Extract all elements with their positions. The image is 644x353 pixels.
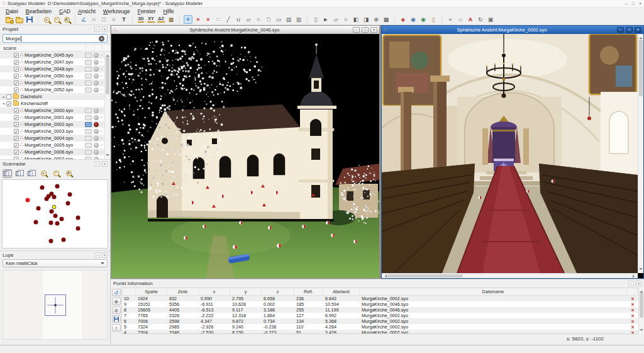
tree-row-murgakirche_0007.syo[interactable]: ✓∴MurgaKirche_0007.syo∷ [0, 155, 104, 159]
scan-checkbox[interactable]: ✓ [14, 122, 19, 127]
menu-datei[interactable]: Datei [2, 8, 22, 14]
view-xy-icon[interactable]: XY [147, 15, 155, 24]
scan-position-dot[interactable] [61, 238, 65, 242]
scan-checkbox[interactable]: ✓ [14, 87, 19, 92]
delete-point-icon[interactable]: × [194, 15, 203, 24]
refresh-icon[interactable]: ↺ [112, 289, 121, 296]
scan-points-toggle[interactable]: ∷ [101, 108, 103, 113]
scan-sphere-toggle[interactable] [94, 129, 99, 134]
table-row[interactable]: 9151515356-6.91110.6280.00218510.594Murg… [122, 301, 638, 307]
stamp-icon[interactable]: ▩ [382, 15, 391, 24]
viewport-interior-titlebar[interactable]: ∴ Sphärische Ansicht:MurgaKirche_0002.sy… [382, 26, 643, 34]
ruler-icon[interactable]: ▯ [429, 15, 438, 24]
viewport-maximize-button[interactable]: □ [626, 27, 633, 33]
scan-image-toggle[interactable] [85, 87, 92, 92]
send-back-icon[interactable]: « [446, 15, 455, 24]
target-red-icon[interactable]: ◈ [399, 15, 408, 24]
scan-position-dot[interactable] [26, 198, 30, 203]
radar-view-3d-icon[interactable] [3, 169, 12, 178]
table-row[interactable]: 777652326-2.22212.3181.8641276.992MurgaK… [122, 313, 638, 318]
scan-points-toggle[interactable]: ∷ [101, 53, 103, 58]
lupe-close-button[interactable]: × [102, 252, 108, 258]
column-header-Refl.[interactable]: Refl. [294, 288, 323, 295]
pan-tool-icon[interactable]: + [184, 15, 192, 24]
viewport-exterior-canvas[interactable] [111, 34, 379, 278]
draw-rect-icon[interactable]: □ [99, 15, 108, 24]
table-row[interactable]: 573242985-2.9269.240-0.2361104.264MurgaK… [122, 324, 638, 330]
point-table-scrollbar[interactable] [638, 288, 644, 334]
scan-sphere-toggle[interactable] [94, 81, 99, 86]
clear-search-icon[interactable]: × [99, 36, 104, 42]
tree-row-kirchenschiff[interactable]: ▾✓Kirchenschiff [0, 100, 104, 107]
sort-icon[interactable]: ↕ [112, 324, 121, 332]
menu-ansicht[interactable]: Ansicht [74, 8, 99, 14]
scan-image-toggle[interactable] [85, 143, 92, 148]
scan-list-header[interactable]: scans [0, 44, 110, 52]
scan-points-toggle[interactable]: ∷ [101, 60, 103, 65]
minimize-button[interactable]: – [625, 1, 628, 6]
scan-position-dot[interactable] [76, 216, 80, 220]
viewport-close-button[interactable]: × [635, 27, 641, 33]
scan-position-dot[interactable] [52, 195, 56, 199]
new-project-icon[interactable] [5, 15, 14, 24]
scan-sphere-toggle[interactable] [94, 53, 99, 58]
tree-row-murgakirche_0045.syo[interactable]: ✓∴MurgaKirche_0045.syo∷ [0, 52, 104, 59]
sphere-icon[interactable]: ○ [341, 15, 350, 24]
radar-view-top-icon[interactable] [14, 169, 24, 178]
marker-a-icon[interactable]: A [466, 15, 475, 24]
scan-position-dot[interactable] [59, 216, 64, 221]
scanradar-canvas[interactable] [2, 179, 108, 249]
scan-points-toggle[interactable]: ∷ [101, 143, 103, 148]
menu-cad[interactable]: CAD [55, 8, 74, 14]
tree-row-murgakirche_0050.syo[interactable]: ✓∴MurgaKirche_0050.syo∷ [0, 72, 104, 79]
project-close-button[interactable]: × [102, 26, 108, 32]
tree-row-murgakirche_0000.syo[interactable]: ✓∴MurgaKirche_0000.syo∷ [0, 107, 104, 114]
scan-image-toggle[interactable] [85, 108, 92, 113]
save-icon[interactable] [25, 15, 34, 24]
zoom-in-icon[interactable]: + [42, 15, 51, 24]
intelliclick-dropdown[interactable]: Kein IntelliClick [3, 259, 108, 267]
viewport-vertical-scrollbar[interactable] [638, 34, 643, 273]
tree-row-murgakirche_0001.syo[interactable]: ✓∴MurgaKirche_0001.syo∷ [0, 114, 104, 121]
menu-bearbeiten[interactable]: Bearbeiten [22, 8, 55, 14]
draw-circle-icon[interactable]: ○ [109, 15, 118, 24]
scan-checkbox[interactable]: ✓ [14, 136, 19, 141]
draw-text-icon[interactable]: T [119, 15, 128, 24]
scan-sphere-toggle[interactable] [94, 67, 99, 72]
scan-position-dot[interactable] [55, 221, 59, 226]
rotate-icon[interactable]: ↻ [476, 15, 485, 24]
scan-image-toggle[interactable] [85, 53, 92, 58]
scan-sphere-toggle[interactable] [94, 143, 99, 148]
plane-icon[interactable]: ▱ [331, 15, 340, 24]
scan-checkbox[interactable]: ✓ [14, 60, 19, 65]
column-header-z[interactable]: z [262, 288, 294, 295]
column-header-Dateiname[interactable]: Dateiname [360, 288, 627, 295]
select-polygon-icon[interactable]: ▱ [244, 15, 253, 24]
scan-image-toggle[interactable] [85, 129, 92, 134]
scan-position-dot[interactable] [48, 221, 53, 225]
scan-position-dot[interactable] [36, 206, 40, 211]
tree-row-dachstuhl[interactable]: ▸Dachstuhl [0, 93, 104, 100]
scan-points-toggle[interactable]: ∷ [101, 74, 103, 79]
scan-points-toggle[interactable]: ∷ [101, 136, 103, 141]
viewport-exterior-titlebar[interactable]: ∴ Sphärische Ansicht:MurgaKirche_0046.sy… [111, 26, 379, 34]
scan-position-dot[interactable] [76, 226, 80, 230]
table-row[interactable]: 6700625984.3479.8720.7341345.368MurgaKir… [122, 318, 638, 324]
scanradar-close-button[interactable]: × [102, 161, 108, 167]
scan-position-dot[interactable] [50, 209, 54, 213]
delete-all-points-icon[interactable]: × [204, 15, 213, 24]
tree-row-murgakirche_0051.syo[interactable]: ✓∴MurgaKirche_0051.syo∷ [0, 79, 104, 86]
expand-arrow-icon[interactable]: ▸ [1, 94, 6, 99]
pick-mode-icon[interactable]: ⊕ [112, 298, 121, 305]
scan-sphere-toggle[interactable] [94, 115, 99, 120]
select-fence-icon[interactable]: ▭ [274, 15, 283, 24]
scan-checkbox[interactable] [6, 94, 11, 99]
zoom-all-icon[interactable]: A [62, 15, 71, 24]
tree-row-murgakirche_0004.syo[interactable]: ✓∴MurgaKirche_0004.syo∷ [0, 135, 104, 142]
lupe-float-button[interactable]: ▫ [94, 252, 100, 258]
project-float-button[interactable]: ▫ [94, 26, 100, 32]
zoom-out-icon[interactable]: − [52, 15, 61, 24]
menu-fenster[interactable]: Fenster [134, 8, 160, 14]
close-button[interactable]: × [639, 1, 641, 6]
cube-right-icon[interactable]: ◨ [362, 15, 370, 24]
